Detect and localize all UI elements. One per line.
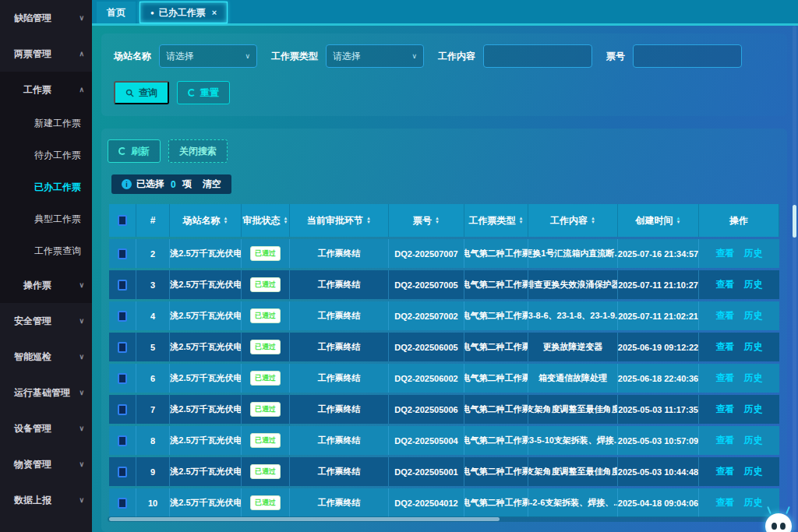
row-checkbox[interactable] <box>118 342 127 353</box>
cell-ticket: DQ2-202505006 <box>389 395 464 424</box>
column-header-created[interactable]: 创建时间▲▼ <box>618 204 699 237</box>
chevron-down-icon: ∨ <box>79 317 84 325</box>
history-link[interactable]: 历史 <box>744 340 763 354</box>
sidebar-item[interactable]: 运行基础管理∨ <box>0 375 92 410</box>
row-checkbox[interactable] <box>118 404 127 415</box>
view-link[interactable]: 查看 <box>716 403 735 416</box>
cell-type: 电气第二种工作票 <box>464 239 528 268</box>
sort-arrows-icon[interactable]: ▲▼ <box>224 217 228 224</box>
column-header-ticket[interactable]: 票号▲▼ <box>389 204 464 237</box>
view-link[interactable]: 查看 <box>716 247 735 260</box>
history-link[interactable]: 历史 <box>744 309 763 322</box>
history-link[interactable]: 历史 <box>744 403 763 416</box>
sidebar-item-label: 工作票 <box>23 83 51 97</box>
search-icon <box>125 89 134 97</box>
tab-close-icon[interactable]: × <box>212 8 217 17</box>
sidebar-item[interactable]: 工作票查询 <box>0 235 92 267</box>
row-checkbox[interactable] <box>118 373 127 384</box>
sidebar-item[interactable]: 智能巡检∨ <box>0 339 92 375</box>
work-content-input[interactable] <box>483 44 592 68</box>
view-link[interactable]: 查看 <box>716 434 735 447</box>
cell-created: 2025-05-03 10:44:48 <box>618 457 699 486</box>
cell-status: 已通过 <box>242 488 290 517</box>
sidebar-item[interactable]: 已办工作票 <box>0 171 92 203</box>
row-checkbox[interactable] <box>118 248 127 259</box>
history-link[interactable]: 历史 <box>744 465 763 478</box>
robot-assistant-icon[interactable] <box>763 507 794 532</box>
ticket-type-select[interactable]: 请选择 ∨ <box>326 44 424 68</box>
sort-arrows-icon[interactable]: ▲▼ <box>284 217 288 224</box>
cell-step: 工作票终结 <box>290 239 389 268</box>
view-link[interactable]: 查看 <box>716 465 735 478</box>
sidebar-item[interactable]: 操作票∨ <box>0 267 92 303</box>
tab-home[interactable]: 首页 <box>97 2 136 23</box>
history-link[interactable]: 历史 <box>744 496 763 509</box>
sort-arrows-icon[interactable]: ▲▼ <box>591 217 595 224</box>
sort-arrows-icon[interactable]: ▲▼ <box>519 217 524 224</box>
column-header-station[interactable]: 场站名称▲▼ <box>170 204 242 237</box>
query-button[interactable]: 查询 <box>114 81 169 104</box>
history-link[interactable]: 历史 <box>744 372 763 385</box>
horizontal-scrollbar-thumb[interactable] <box>109 517 500 521</box>
cell-status: 已通过 <box>242 270 290 299</box>
row-checkbox[interactable] <box>118 435 127 446</box>
refresh-button[interactable]: 刷新 <box>108 139 161 163</box>
column-header-label: 工作票类型 <box>469 214 516 227</box>
sidebar-item[interactable]: 设备管理∨ <box>0 410 92 446</box>
view-link[interactable]: 查看 <box>716 278 735 291</box>
ticket-no-input[interactable] <box>633 44 742 68</box>
sidebar-item[interactable]: 缺陷管理∨ <box>0 0 92 36</box>
tab-done-worktickets[interactable]: ● 已办工作票 × <box>139 2 228 23</box>
cell-ticket: DQ2-202506002 <box>389 364 464 393</box>
view-link[interactable]: 查看 <box>716 340 735 354</box>
station-name-select[interactable]: 请选择 ∨ <box>159 44 257 68</box>
row-checkbox[interactable] <box>118 467 127 477</box>
history-link[interactable]: 历史 <box>744 278 763 291</box>
reset-button[interactable]: 重置 <box>177 81 230 104</box>
sort-arrows-icon[interactable]: ▲▼ <box>435 217 440 224</box>
cell-station: 临洮2.5万千瓦光伏电... <box>170 488 242 517</box>
cell-step: 工作票终结 <box>290 395 389 424</box>
sidebar-item[interactable]: 典型工作票 <box>0 203 92 235</box>
cell-action: 查看历史 <box>699 239 779 268</box>
sidebar-item[interactable]: 工作票∧ <box>0 72 92 107</box>
view-link[interactable]: 查看 <box>716 309 735 322</box>
column-header-step[interactable]: 当前审批环节▲▼ <box>290 204 389 237</box>
sort-arrows-icon[interactable]: ▲▼ <box>366 217 371 224</box>
view-link[interactable]: 查看 <box>716 496 735 509</box>
cell-station: 临洮2.5万千瓦光伏电... <box>170 239 242 268</box>
status-badge: 已通过 <box>250 464 281 479</box>
row-checkbox[interactable] <box>118 498 127 509</box>
cell-num: 9 <box>136 457 170 486</box>
sidebar-item[interactable]: 物资管理∨ <box>0 446 92 482</box>
sort-arrows-icon[interactable]: ▲▼ <box>676 217 681 224</box>
column-header-status[interactable]: 审批状态▲▼ <box>242 204 290 237</box>
close-search-button[interactable]: 关闭搜索 <box>168 139 228 163</box>
sidebar-item[interactable]: 数据上报∨ <box>0 482 92 518</box>
view-link[interactable]: 查看 <box>716 372 735 385</box>
table-row: 7临洮2.5万千瓦光伏电...已通过工作票终结DQ2-202505006电气第二… <box>109 395 779 424</box>
row-checkbox[interactable] <box>118 311 127 322</box>
sidebar-item-label: 智能巡检 <box>14 351 51 364</box>
row-checkbox[interactable] <box>118 280 127 291</box>
sidebar-item[interactable]: 新建工作票 <box>0 107 92 139</box>
sidebar-item[interactable]: 安全管理∨ <box>0 303 92 339</box>
column-header-content[interactable]: 工作内容▲▼ <box>528 204 618 237</box>
cell-action: 查看历史 <box>699 426 779 455</box>
sidebar-item[interactable]: 两票管理∧ <box>0 36 92 72</box>
chevron-down-icon: ∨ <box>245 52 250 60</box>
history-link[interactable]: 历史 <box>744 247 763 260</box>
station-name-label: 场站名称 <box>114 50 151 63</box>
history-link[interactable]: 历史 <box>744 434 763 447</box>
column-header-type[interactable]: 工作票类型▲▼ <box>464 204 528 237</box>
clear-selection-link[interactable]: 清空 <box>203 178 221 191</box>
cell-content: 箱变通信故障处理 <box>528 364 618 393</box>
sidebar-item[interactable]: 待办工作票 <box>0 139 92 171</box>
status-badge: 已通过 <box>250 340 281 354</box>
refresh-button-label: 刷新 <box>131 145 150 158</box>
select-all-checkbox[interactable] <box>118 215 127 226</box>
cell-type: 电气第二种工作票 <box>464 301 528 330</box>
sidebar-item-label: 新建工作票 <box>34 117 81 130</box>
sidebar-item-label: 待办工作票 <box>34 149 81 162</box>
vertical-scrollbar-thumb[interactable] <box>793 205 796 238</box>
